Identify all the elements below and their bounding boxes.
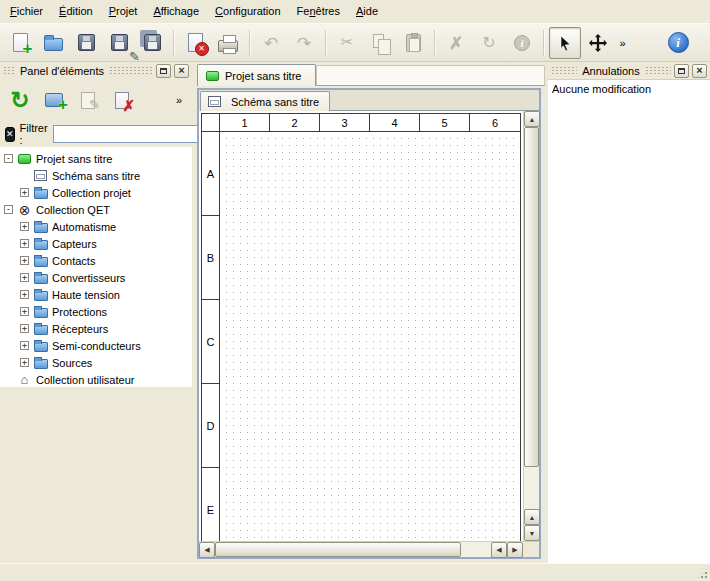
edit-element-button[interactable] <box>73 85 103 115</box>
row-header: C <box>202 300 220 384</box>
project-icon <box>206 71 219 81</box>
reload-collections-button[interactable] <box>5 85 35 115</box>
tree-expander[interactable]: + <box>20 239 29 248</box>
save-as-icon <box>111 34 128 51</box>
scroll-up-button[interactable] <box>524 509 540 525</box>
about-button[interactable] <box>662 27 694 59</box>
menu-fichier[interactable]: Fichier <box>2 0 51 23</box>
tree-expander[interactable]: + <box>20 358 29 367</box>
scroll-right-button[interactable] <box>507 542 523 558</box>
tree-expander[interactable]: + <box>20 222 29 231</box>
copy-icon <box>373 34 384 48</box>
tree-expander[interactable]: + <box>20 188 29 197</box>
tree-item-contacts[interactable]: + Contacts <box>0 252 192 269</box>
cut-button[interactable] <box>331 27 363 59</box>
tree-expander[interactable]: + <box>20 307 29 316</box>
tab-schema-sans-titre[interactable]: Schéma sans titre <box>200 91 330 111</box>
tree-item-haute-tension[interactable]: + Haute tension <box>0 286 192 303</box>
column-headers: 1 2 3 4 5 6 <box>202 114 520 132</box>
dock-close-button[interactable] <box>692 64 707 78</box>
vertical-scrollbar-thumb[interactable] <box>524 127 539 467</box>
menu-fenetres[interactable]: Fenêtres <box>289 0 348 23</box>
tree-item-semi-conducteurs[interactable]: + Semi-conducteurs <box>0 337 192 354</box>
scroll-down-button[interactable] <box>524 525 540 541</box>
tree-item-collection-projet[interactable]: + Collection projet <box>0 184 192 201</box>
tree-item-label: Collection QET <box>36 204 110 216</box>
save-as-button[interactable] <box>103 27 135 59</box>
tree-expander[interactable]: - <box>4 205 13 214</box>
element-info-button[interactable] <box>506 27 538 59</box>
tree-item-project[interactable]: - Projet sans titre <box>0 150 192 167</box>
paste-button[interactable] <box>397 27 429 59</box>
dock-close-button[interactable] <box>174 64 189 78</box>
tree-item-recepteurs[interactable]: + Récepteurs <box>0 320 192 337</box>
menu-affichage[interactable]: Affichage <box>145 0 207 23</box>
close-file-button[interactable] <box>179 27 211 59</box>
tree-expander[interactable]: + <box>20 273 29 282</box>
tab-projet-sans-titre[interactable]: Projet sans titre <box>197 64 316 86</box>
delete-button[interactable] <box>440 27 472 59</box>
tree-item-collection-utilisateur[interactable]: Collection utilisateur <box>0 371 192 387</box>
scroll-up-button[interactable] <box>524 111 540 127</box>
select-mode-button[interactable] <box>549 27 581 59</box>
undo-list-item[interactable]: Aucune modification <box>548 80 710 98</box>
dock-float-button[interactable] <box>674 64 689 78</box>
cut-icon <box>337 33 357 53</box>
tree-item-convertisseurs[interactable]: + Convertisseurs <box>0 269 192 286</box>
tree-expander[interactable]: + <box>20 256 29 265</box>
tree-expander[interactable]: - <box>4 154 13 163</box>
delete-element-button[interactable] <box>107 85 137 115</box>
folder-icon <box>34 189 48 199</box>
tree-expander[interactable]: + <box>20 290 29 299</box>
folder-icon <box>34 308 48 318</box>
horizontal-scrollbar-thumb[interactable] <box>215 542 461 557</box>
new-file-button[interactable] <box>4 27 36 59</box>
scroll-left-button[interactable] <box>199 542 215 558</box>
tree-item-capteurs[interactable]: + Capteurs <box>0 235 192 252</box>
sheet-corner <box>202 114 220 132</box>
scroll-left-button[interactable] <box>491 542 507 558</box>
tree-expander[interactable]: + <box>20 324 29 333</box>
tree-item-collection-qet[interactable]: - Collection QET <box>0 201 192 218</box>
tree-item-label: Contacts <box>52 255 95 267</box>
vertical-scrollbar[interactable] <box>523 111 539 541</box>
menu-edition[interactable]: Édition <box>51 0 101 23</box>
vertical-scrollbar-track[interactable] <box>524 467 539 509</box>
undo-dock: Annulations Aucune modification <box>548 62 710 563</box>
toolbar-separator <box>249 30 250 56</box>
redo-button[interactable] <box>288 27 320 59</box>
save-all-button[interactable] <box>136 27 168 59</box>
copy-button[interactable] <box>364 27 396 59</box>
panel-overflow-button[interactable]: » <box>171 85 187 115</box>
horizontal-scrollbar[interactable] <box>199 541 523 557</box>
new-element-button[interactable] <box>39 85 69 115</box>
dock-float-button[interactable] <box>156 64 171 78</box>
dock-grip <box>551 66 577 75</box>
resize-grip-icon[interactable] <box>696 567 709 580</box>
open-file-button[interactable] <box>37 27 69 59</box>
print-button[interactable] <box>212 27 244 59</box>
toolbar-overflow-button[interactable]: » <box>615 27 630 59</box>
rotate-button[interactable] <box>473 27 505 59</box>
folder-icon <box>34 325 48 335</box>
dock-empty-area <box>0 387 192 563</box>
tree-item-sources[interactable]: + Sources <box>0 354 192 371</box>
tree-item-protections[interactable]: + Protections <box>0 303 192 320</box>
diagram-canvas[interactable] <box>220 132 520 541</box>
clear-filter-button[interactable] <box>5 127 15 142</box>
filter-input[interactable] <box>53 125 203 143</box>
menu-configuration[interactable]: Configuration <box>207 0 288 23</box>
tree-item-label: Schéma sans titre <box>52 170 140 182</box>
horizontal-scrollbar-track[interactable] <box>461 542 491 557</box>
save-button[interactable] <box>70 27 102 59</box>
tree-item-automatisme[interactable]: + Automatisme <box>0 218 192 235</box>
tree-expander[interactable]: + <box>20 341 29 350</box>
tree-item-schema[interactable]: Schéma sans titre <box>0 167 192 184</box>
diagram-scroll-area[interactable]: 1 2 3 4 5 6 A B <box>199 111 523 541</box>
float-icon <box>160 68 167 74</box>
menu-projet[interactable]: Projet <box>101 0 146 23</box>
move-mode-button[interactable] <box>582 27 614 59</box>
menu-aide[interactable]: Aide <box>348 0 386 23</box>
toolbar-separator <box>325 30 326 56</box>
undo-button[interactable] <box>255 27 287 59</box>
